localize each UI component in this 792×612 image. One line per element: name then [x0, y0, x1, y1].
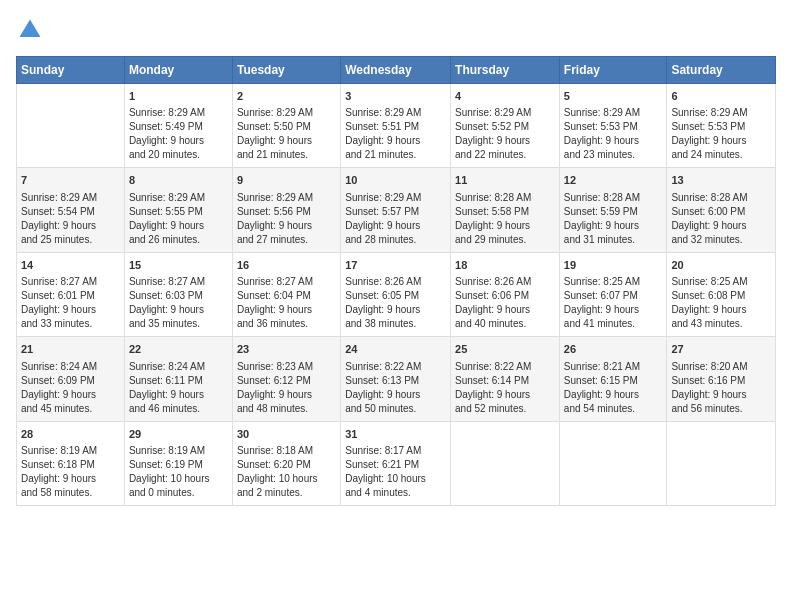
day-info: Sunrise: 8:18 AM Sunset: 6:20 PM Dayligh… — [237, 444, 336, 500]
day-info: Sunrise: 8:29 AM Sunset: 5:57 PM Dayligh… — [345, 191, 446, 247]
calendar-cell: 4Sunrise: 8:29 AM Sunset: 5:52 PM Daylig… — [451, 84, 560, 168]
day-info: Sunrise: 8:27 AM Sunset: 6:04 PM Dayligh… — [237, 275, 336, 331]
calendar-cell: 12Sunrise: 8:28 AM Sunset: 5:59 PM Dayli… — [559, 168, 667, 252]
day-number: 9 — [237, 173, 336, 188]
day-number: 8 — [129, 173, 228, 188]
calendar-body: 1Sunrise: 8:29 AM Sunset: 5:49 PM Daylig… — [17, 84, 776, 506]
calendar-cell: 30Sunrise: 8:18 AM Sunset: 6:20 PM Dayli… — [232, 421, 340, 505]
day-info: Sunrise: 8:27 AM Sunset: 6:01 PM Dayligh… — [21, 275, 120, 331]
day-number: 16 — [237, 258, 336, 273]
header-cell-monday: Monday — [124, 57, 232, 84]
calendar-table: SundayMondayTuesdayWednesdayThursdayFrid… — [16, 56, 776, 506]
calendar-cell: 9Sunrise: 8:29 AM Sunset: 5:56 PM Daylig… — [232, 168, 340, 252]
day-number: 6 — [671, 89, 771, 104]
calendar-cell: 29Sunrise: 8:19 AM Sunset: 6:19 PM Dayli… — [124, 421, 232, 505]
calendar-cell: 28Sunrise: 8:19 AM Sunset: 6:18 PM Dayli… — [17, 421, 125, 505]
day-number: 10 — [345, 173, 446, 188]
day-number: 27 — [671, 342, 771, 357]
calendar-cell: 13Sunrise: 8:28 AM Sunset: 6:00 PM Dayli… — [667, 168, 776, 252]
day-info: Sunrise: 8:26 AM Sunset: 6:06 PM Dayligh… — [455, 275, 555, 331]
day-info: Sunrise: 8:29 AM Sunset: 5:56 PM Dayligh… — [237, 191, 336, 247]
header-cell-sunday: Sunday — [17, 57, 125, 84]
day-info: Sunrise: 8:29 AM Sunset: 5:55 PM Dayligh… — [129, 191, 228, 247]
header-cell-thursday: Thursday — [451, 57, 560, 84]
page-header — [16, 16, 776, 44]
day-number: 3 — [345, 89, 446, 104]
calendar-cell: 2Sunrise: 8:29 AM Sunset: 5:50 PM Daylig… — [232, 84, 340, 168]
calendar-cell: 10Sunrise: 8:29 AM Sunset: 5:57 PM Dayli… — [341, 168, 451, 252]
calendar-cell: 21Sunrise: 8:24 AM Sunset: 6:09 PM Dayli… — [17, 337, 125, 421]
day-number: 17 — [345, 258, 446, 273]
day-info: Sunrise: 8:25 AM Sunset: 6:08 PM Dayligh… — [671, 275, 771, 331]
calendar-cell: 11Sunrise: 8:28 AM Sunset: 5:58 PM Dayli… — [451, 168, 560, 252]
day-number: 2 — [237, 89, 336, 104]
week-row-5: 28Sunrise: 8:19 AM Sunset: 6:18 PM Dayli… — [17, 421, 776, 505]
week-row-2: 7Sunrise: 8:29 AM Sunset: 5:54 PM Daylig… — [17, 168, 776, 252]
calendar-cell: 15Sunrise: 8:27 AM Sunset: 6:03 PM Dayli… — [124, 252, 232, 336]
day-info: Sunrise: 8:29 AM Sunset: 5:54 PM Dayligh… — [21, 191, 120, 247]
calendar-cell: 24Sunrise: 8:22 AM Sunset: 6:13 PM Dayli… — [341, 337, 451, 421]
day-number: 20 — [671, 258, 771, 273]
day-number: 30 — [237, 427, 336, 442]
general-blue-logo-icon — [16, 16, 44, 44]
day-info: Sunrise: 8:27 AM Sunset: 6:03 PM Dayligh… — [129, 275, 228, 331]
day-number: 4 — [455, 89, 555, 104]
calendar-cell — [451, 421, 560, 505]
calendar-cell: 8Sunrise: 8:29 AM Sunset: 5:55 PM Daylig… — [124, 168, 232, 252]
day-info: Sunrise: 8:21 AM Sunset: 6:15 PM Dayligh… — [564, 360, 663, 416]
day-number: 7 — [21, 173, 120, 188]
header-cell-saturday: Saturday — [667, 57, 776, 84]
calendar-cell: 20Sunrise: 8:25 AM Sunset: 6:08 PM Dayli… — [667, 252, 776, 336]
day-info: Sunrise: 8:22 AM Sunset: 6:13 PM Dayligh… — [345, 360, 446, 416]
day-info: Sunrise: 8:29 AM Sunset: 5:49 PM Dayligh… — [129, 106, 228, 162]
header-cell-wednesday: Wednesday — [341, 57, 451, 84]
day-info: Sunrise: 8:24 AM Sunset: 6:11 PM Dayligh… — [129, 360, 228, 416]
day-info: Sunrise: 8:28 AM Sunset: 5:59 PM Dayligh… — [564, 191, 663, 247]
day-info: Sunrise: 8:26 AM Sunset: 6:05 PM Dayligh… — [345, 275, 446, 331]
day-info: Sunrise: 8:23 AM Sunset: 6:12 PM Dayligh… — [237, 360, 336, 416]
day-number: 12 — [564, 173, 663, 188]
calendar-cell: 16Sunrise: 8:27 AM Sunset: 6:04 PM Dayli… — [232, 252, 340, 336]
calendar-cell: 7Sunrise: 8:29 AM Sunset: 5:54 PM Daylig… — [17, 168, 125, 252]
day-info: Sunrise: 8:25 AM Sunset: 6:07 PM Dayligh… — [564, 275, 663, 331]
day-info: Sunrise: 8:28 AM Sunset: 6:00 PM Dayligh… — [671, 191, 771, 247]
day-info: Sunrise: 8:20 AM Sunset: 6:16 PM Dayligh… — [671, 360, 771, 416]
day-info: Sunrise: 8:19 AM Sunset: 6:18 PM Dayligh… — [21, 444, 120, 500]
day-info: Sunrise: 8:22 AM Sunset: 6:14 PM Dayligh… — [455, 360, 555, 416]
calendar-cell: 1Sunrise: 8:29 AM Sunset: 5:49 PM Daylig… — [124, 84, 232, 168]
day-info: Sunrise: 8:24 AM Sunset: 6:09 PM Dayligh… — [21, 360, 120, 416]
day-number: 23 — [237, 342, 336, 357]
calendar-cell: 5Sunrise: 8:29 AM Sunset: 5:53 PM Daylig… — [559, 84, 667, 168]
day-info: Sunrise: 8:28 AM Sunset: 5:58 PM Dayligh… — [455, 191, 555, 247]
day-number: 24 — [345, 342, 446, 357]
calendar-cell — [17, 84, 125, 168]
calendar-cell: 18Sunrise: 8:26 AM Sunset: 6:06 PM Dayli… — [451, 252, 560, 336]
calendar-cell: 3Sunrise: 8:29 AM Sunset: 5:51 PM Daylig… — [341, 84, 451, 168]
calendar-cell: 22Sunrise: 8:24 AM Sunset: 6:11 PM Dayli… — [124, 337, 232, 421]
svg-rect-1 — [25, 32, 36, 37]
day-number: 28 — [21, 427, 120, 442]
calendar-cell — [667, 421, 776, 505]
day-number: 21 — [21, 342, 120, 357]
calendar-cell: 6Sunrise: 8:29 AM Sunset: 5:53 PM Daylig… — [667, 84, 776, 168]
day-number: 22 — [129, 342, 228, 357]
day-number: 5 — [564, 89, 663, 104]
week-row-1: 1Sunrise: 8:29 AM Sunset: 5:49 PM Daylig… — [17, 84, 776, 168]
calendar-cell: 23Sunrise: 8:23 AM Sunset: 6:12 PM Dayli… — [232, 337, 340, 421]
calendar-cell: 19Sunrise: 8:25 AM Sunset: 6:07 PM Dayli… — [559, 252, 667, 336]
day-info: Sunrise: 8:29 AM Sunset: 5:52 PM Dayligh… — [455, 106, 555, 162]
calendar-cell: 31Sunrise: 8:17 AM Sunset: 6:21 PM Dayli… — [341, 421, 451, 505]
calendar-cell: 17Sunrise: 8:26 AM Sunset: 6:05 PM Dayli… — [341, 252, 451, 336]
header-row: SundayMondayTuesdayWednesdayThursdayFrid… — [17, 57, 776, 84]
day-number: 15 — [129, 258, 228, 273]
day-info: Sunrise: 8:19 AM Sunset: 6:19 PM Dayligh… — [129, 444, 228, 500]
day-info: Sunrise: 8:29 AM Sunset: 5:53 PM Dayligh… — [671, 106, 771, 162]
day-number: 11 — [455, 173, 555, 188]
week-row-3: 14Sunrise: 8:27 AM Sunset: 6:01 PM Dayli… — [17, 252, 776, 336]
day-info: Sunrise: 8:29 AM Sunset: 5:50 PM Dayligh… — [237, 106, 336, 162]
day-info: Sunrise: 8:29 AM Sunset: 5:51 PM Dayligh… — [345, 106, 446, 162]
day-number: 31 — [345, 427, 446, 442]
day-number: 18 — [455, 258, 555, 273]
header-cell-friday: Friday — [559, 57, 667, 84]
header-cell-tuesday: Tuesday — [232, 57, 340, 84]
